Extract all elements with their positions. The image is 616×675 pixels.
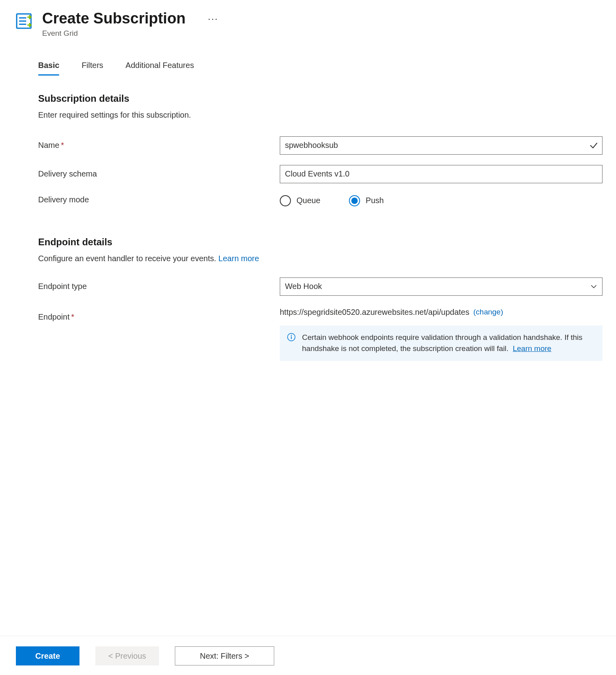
name-label: Name* [38,141,280,150]
webhook-info-box: Certain webhook endpoints require valida… [280,326,602,361]
endpoint-type-select[interactable] [280,277,602,296]
page-header: Create Subscription Event Grid ··· [14,10,602,38]
tab-filters[interactable]: Filters [81,58,103,76]
delivery-mode-label: Delivery mode [38,195,280,204]
tab-bar: Basic Filters Additional Features [38,58,602,76]
subscription-details-description: Enter required settings for this subscri… [38,111,602,120]
svg-point-5 [291,335,292,336]
endpoint-label: Endpoint* [38,306,280,322]
delivery-mode-push-label: Push [366,196,384,205]
delivery-schema-input[interactable] [280,165,602,183]
previous-button: < Previous [95,646,159,665]
page-title: Create Subscription [42,10,186,27]
endpoint-type-label: Endpoint type [38,282,280,291]
info-icon [287,333,296,341]
info-box-learn-more-link[interactable]: Learn more [513,344,551,353]
endpoint-details-learn-more-link[interactable]: Learn more [219,254,259,263]
tab-additional-features[interactable]: Additional Features [126,58,194,76]
delivery-mode-queue-radio[interactable]: Queue [280,195,320,206]
endpoint-url-value: https://spegridsite0520.azurewebsites.ne… [280,308,469,317]
page-subtitle: Event Grid [42,29,186,38]
endpoint-details-description: Configure an event handler to receive yo… [38,254,602,263]
endpoint-details-heading: Endpoint details [38,237,602,248]
svg-rect-6 [291,336,292,339]
next-button[interactable]: Next: Filters > [175,646,274,665]
endpoint-change-link[interactable]: (change) [473,308,503,316]
name-input[interactable] [280,136,602,155]
delivery-schema-label: Delivery schema [38,169,280,178]
radio-bullet-selected-icon [349,195,360,206]
subscription-icon [14,12,33,31]
more-actions-button[interactable]: ··· [208,10,218,23]
footer-bar: Create < Previous Next: Filters > [0,636,616,665]
subscription-details-heading: Subscription details [38,93,602,104]
endpoint-url-row: https://spegridsite0520.azurewebsites.ne… [280,308,602,317]
tab-basic[interactable]: Basic [38,58,59,76]
delivery-mode-queue-label: Queue [296,196,320,205]
delivery-mode-push-radio[interactable]: Push [349,195,384,206]
create-button[interactable]: Create [16,646,79,665]
radio-bullet-icon [280,195,291,206]
